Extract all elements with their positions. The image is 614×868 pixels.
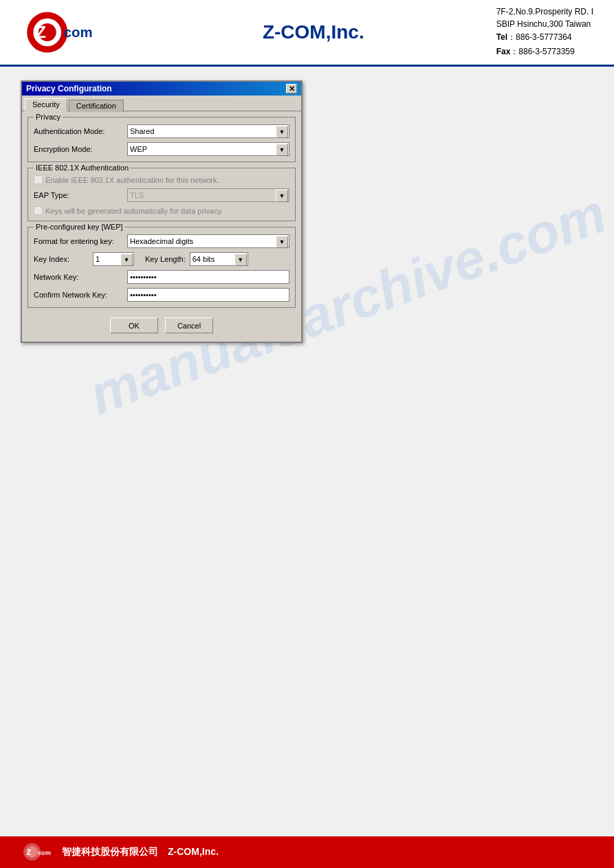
privacy-group: Privacy Authentication Mode: Open Shared (28, 117, 296, 162)
keys-checkbox-row: Keys will be generated automatically for… (34, 206, 289, 215)
network-key-label: Network Key: (34, 273, 123, 281)
dialog-tabs: Security Certification (22, 96, 301, 111)
address-line1: 7F-2,No.9.Prosperity RD. I (496, 7, 593, 16)
tel-value: 886-3-5777364 (516, 32, 571, 42)
ieee-group: IEEE 802.1X Authentication Enable IEEE 8… (28, 168, 296, 221)
confirm-key-control (127, 288, 289, 302)
key-index-select-wrapper: 1 2 3 4 (93, 252, 134, 266)
tel-label: Tel (496, 32, 507, 42)
company-name-header: Z-COM,Inc. (131, 21, 496, 43)
preconfigured-group: Pre-configured key [WEP] Format for ente… (28, 227, 296, 308)
page-footer: Z com 智捷科技股份有限公司 Z-COM,Inc. (0, 836, 614, 868)
keys-checkbox-label: Keys will be generated automatically for… (45, 207, 223, 215)
confirm-key-input[interactable] (127, 288, 289, 302)
watermark-area: Privacy Configuration ✕ Security Certifi… (21, 80, 593, 823)
tab-security[interactable]: Security (25, 98, 67, 111)
network-key-row: Network Key: (34, 270, 289, 284)
format-label: Format for entering key: (34, 237, 123, 245)
page-header: Z com Z-COM,Inc. 7F-2,No.9.Prosperity RD… (0, 0, 614, 67)
network-key-input[interactable] (127, 270, 289, 284)
eap-type-row: EAP Type: TLS (34, 188, 289, 202)
dialog-title: Privacy Configuration (26, 84, 112, 93)
privacy-configuration-dialog: Privacy Configuration ✕ Security Certifi… (21, 80, 303, 343)
zcom-logo: Z com (21, 8, 103, 56)
enc-mode-control: None WEP (127, 142, 289, 156)
format-control: Hexadecimal digits ASCII characters (127, 234, 289, 248)
ok-button[interactable]: OK (110, 318, 158, 333)
fax-label: Fax (496, 47, 511, 56)
format-select-wrapper: Hexadecimal digits ASCII characters (127, 234, 289, 248)
key-length-select[interactable]: 64 bits 128 bits (190, 252, 248, 266)
keys-auto-checkbox[interactable] (34, 206, 43, 215)
eap-type-select[interactable]: TLS (127, 188, 289, 202)
auth-mode-select-wrapper: Open Shared (127, 124, 289, 138)
button-row: OK Cancel (28, 313, 296, 336)
tel-info: Tel：886-3-5777364 (496, 32, 593, 43)
dialog-titlebar: Privacy Configuration ✕ (22, 82, 301, 96)
enc-mode-select-wrapper: None WEP (127, 142, 289, 156)
key-index-label: Key Index: (34, 255, 89, 263)
ieee-group-label: IEEE 802.1X Authentication (34, 164, 131, 172)
enc-mode-select[interactable]: None WEP (127, 142, 289, 156)
main-content: Privacy Configuration ✕ Security Certifi… (0, 67, 614, 836)
privacy-group-label: Privacy (34, 113, 63, 121)
fax-value: 886-3-5773359 (518, 47, 574, 56)
ieee-enable-checkbox[interactable] (34, 175, 43, 184)
eap-type-select-wrapper: TLS (127, 188, 289, 202)
svg-text:com: com (64, 25, 93, 40)
auth-mode-control: Open Shared (127, 124, 289, 138)
format-row: Format for entering key: Hexadecimal dig… (34, 234, 289, 248)
enc-mode-row: Encryption Mode: None WEP (34, 142, 289, 156)
key-index-length-row: Key Index: 1 2 3 4 Key Length: (34, 252, 289, 266)
eap-type-control: TLS (127, 188, 289, 202)
enc-mode-label: Encryption Mode: (34, 145, 123, 153)
confirm-key-label: Confirm Network Key: (34, 291, 123, 299)
eap-type-label: EAP Type: (34, 191, 123, 199)
auth-mode-row: Authentication Mode: Open Shared (34, 124, 289, 138)
format-select[interactable]: Hexadecimal digits ASCII characters (127, 234, 289, 248)
auth-mode-select[interactable]: Open Shared (127, 124, 289, 138)
ieee-checkbox-label: Enable IEEE 802.1X authentication for th… (45, 176, 219, 184)
fax-info: Fax：886-3-5773359 (496, 46, 593, 58)
confirm-key-row: Confirm Network Key: (34, 288, 289, 302)
auth-mode-label: Authentication Mode: (34, 127, 123, 135)
footer-logo: Z com (21, 842, 55, 863)
key-length-label: Key Length: (145, 255, 186, 263)
svg-text:com: com (38, 849, 51, 856)
contact-info: 7F-2,No.9.Prosperity RD. I SBIP Hsinchu,… (496, 7, 593, 58)
key-length-select-wrapper: 64 bits 128 bits (190, 252, 248, 266)
network-key-control (127, 270, 289, 284)
cancel-button[interactable]: Cancel (165, 318, 213, 333)
key-index-select[interactable]: 1 2 3 4 (93, 252, 134, 266)
tab-certification[interactable]: Certification (69, 100, 124, 112)
svg-text:Z: Z (26, 847, 31, 856)
svg-text:Z: Z (36, 23, 46, 41)
footer-text: 智捷科技股份有限公司 Z-COM,Inc. (62, 846, 219, 858)
ieee-checkbox-row: Enable IEEE 802.1X authentication for th… (34, 175, 289, 184)
preconfigured-group-label: Pre-configured key [WEP] (34, 223, 125, 231)
address-line2: SBIP Hsinchu,300 Taiwan (496, 19, 593, 29)
dialog-body: Privacy Authentication Mode: Open Shared (22, 111, 301, 342)
dialog-close-button[interactable]: ✕ (286, 84, 297, 93)
